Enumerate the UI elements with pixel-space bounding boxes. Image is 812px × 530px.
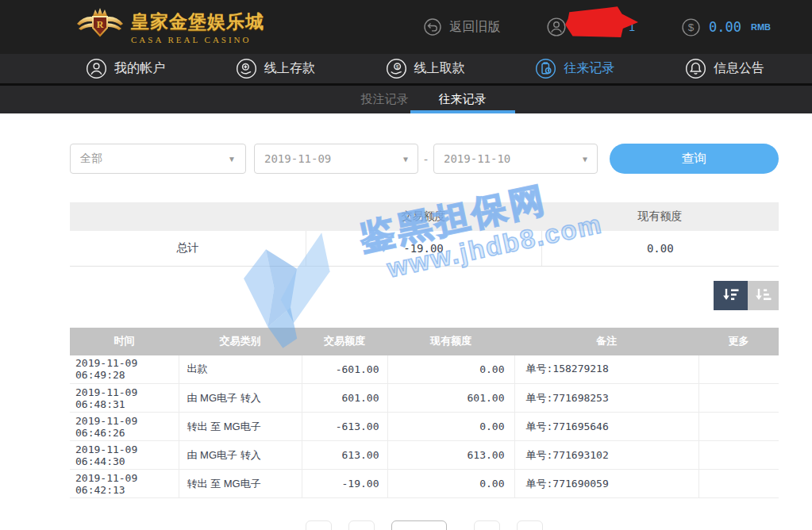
table-cell: 单号:158279218 (514, 355, 698, 384)
summary-total-row: 总计 -19.00 0.00 (70, 231, 779, 266)
svg-text:$: $ (395, 64, 398, 70)
sort-desc-icon (721, 286, 741, 304)
pagination: « ‹ , › » (70, 520, 779, 530)
table-cell: 0.00 (387, 413, 514, 441)
table-cell (698, 355, 779, 384)
account-user-icon (86, 58, 107, 79)
record-subtabs: 投注记录 往来记录 (0, 86, 812, 113)
dollar-icon: $ (681, 17, 701, 37)
table-cell: 2019-11-09 06:48:31 (70, 384, 179, 413)
date-from-select[interactable]: 2019-11-09 ▼ (254, 144, 418, 174)
chevron-down-icon: ▼ (583, 155, 587, 163)
pagination-prev-button[interactable]: ‹ (348, 520, 375, 530)
nav-item-transaction-records[interactable]: 往来记录 (535, 58, 614, 79)
table-cell: 0.00 (387, 470, 514, 498)
sort-asc-icon (753, 286, 773, 304)
logo-subtitle: CASA REAL CASINO (131, 35, 264, 44)
summary-header-row: 交易额度 现有额度 (70, 202, 779, 231)
table-row: 2019-11-09 06:44:30由 MG电子 转入613.00613.00… (70, 441, 779, 470)
records-table-body: 2019-11-09 06:49:28出款-601.000.00单号:15827… (70, 355, 779, 498)
summary-table: 交易额度 现有额度 总计 -19.00 0.00 (70, 202, 779, 267)
summary-header-current-amount: 现有额度 (541, 202, 779, 231)
table-cell (698, 441, 779, 470)
svg-text:$: $ (688, 21, 695, 33)
col-header-current-amount: 现有额度 (387, 328, 514, 355)
table-cell: 转出 至 MG电子 (179, 413, 302, 441)
table-row: 2019-11-09 06:49:28出款-601.000.00单号:15827… (70, 355, 779, 384)
table-cell: 613.00 (302, 441, 387, 470)
date-range-separator: - (424, 152, 428, 166)
chevron-down-icon: ▼ (228, 155, 236, 163)
topbar-right: 返回旧版 1 $ (423, 17, 771, 37)
pagination-page-input[interactable] (391, 520, 447, 530)
table-cell: -601.00 (302, 355, 387, 384)
top-header: R 皇家金堡娱乐城 CASA REAL CASINO 返回旧版 (0, 0, 812, 54)
nav-item-online-withdrawal[interactable]: $ 线上取款 (386, 58, 465, 79)
table-cell: 613.00 (387, 441, 514, 470)
summary-total-label: 总计 (70, 231, 306, 266)
nav-label: 往来记录 (564, 60, 614, 77)
summary-header-empty (70, 202, 306, 231)
table-cell: 601.00 (387, 384, 514, 413)
date-from-value: 2019-11-09 (264, 152, 331, 165)
table-cell (698, 384, 779, 413)
table-cell: 出款 (179, 355, 302, 384)
bell-icon (685, 58, 706, 79)
balance-display[interactable]: $ 0.00 RMB (681, 17, 771, 37)
content-area: 全部 ▼ 2019-11-09 ▼ - 2019-11-10 ▼ 查询 交易额度… (70, 116, 779, 530)
sort-controls (70, 281, 779, 310)
table-cell: -613.00 (302, 413, 387, 441)
table-row: 2019-11-09 06:46:26转出 至 MG电子-613.000.00单… (70, 413, 779, 441)
table-cell: 单号:771690059 (514, 470, 698, 498)
nav-label: 线上取款 (414, 60, 465, 77)
table-row: 2019-11-09 06:48:31由 MG电子 转入601.00601.00… (70, 384, 779, 413)
sort-ascending-button[interactable] (748, 281, 779, 310)
back-label: 返回旧版 (449, 19, 500, 36)
tab-betting-records[interactable]: 投注记录 (360, 86, 410, 113)
records-table: 时间 交易类别 交易额度 现有额度 备注 更多 2019-11-09 06:49… (70, 328, 779, 499)
casino-logo[interactable]: R 皇家金堡娱乐城 CASA REAL CASINO (75, 7, 264, 47)
pagination-first-button[interactable]: « (306, 520, 332, 530)
col-header-time: 时间 (70, 328, 179, 355)
tab-transaction-records[interactable]: 往来记录 (437, 86, 488, 113)
main-navigation: 我的帐户 线上存款 $ 线上取 (0, 54, 812, 86)
nav-item-announcements[interactable]: 信息公告 (685, 58, 764, 79)
table-cell: 由 MG电子 转入 (179, 384, 302, 413)
table-cell: 2019-11-09 06:44:30 (70, 441, 179, 470)
summary-current-amount: 0.00 (541, 231, 779, 266)
table-cell (698, 470, 779, 498)
pagination-next-button[interactable]: › (474, 520, 500, 530)
redaction-overlay (565, 5, 639, 40)
nav-item-my-account[interactable]: 我的帐户 (86, 58, 165, 79)
type-select[interactable]: 全部 ▼ (70, 144, 246, 174)
nav-item-online-deposit[interactable]: 线上存款 (236, 58, 315, 79)
pagination-last-button[interactable]: » (517, 520, 543, 530)
table-row: 2019-11-09 06:42:13转出 至 MG电子-19.000.00单号… (70, 470, 779, 498)
type-select-value: 全部 (80, 152, 102, 166)
logo-text: 皇家金堡娱乐城 CASA REAL CASINO (131, 10, 264, 44)
nav-label: 线上存款 (264, 60, 315, 77)
deposit-hand-coin-icon (236, 58, 257, 79)
table-cell: -19.00 (302, 470, 387, 498)
table-cell: 601.00 (302, 384, 387, 413)
col-header-remarks: 备注 (514, 328, 698, 355)
summary-transaction-amount: -19.00 (306, 231, 541, 266)
logo-title: 皇家金堡娱乐城 (131, 10, 264, 34)
query-button[interactable]: 查询 (610, 144, 779, 174)
filter-bar: 全部 ▼ 2019-11-09 ▼ - 2019-11-10 ▼ 查询 (70, 144, 779, 174)
date-to-value: 2019-11-10 (444, 152, 510, 165)
date-to-select[interactable]: 2019-11-10 ▼ (433, 144, 598, 174)
records-clipboard-icon (535, 58, 556, 79)
balance-amount: 0.00 (709, 19, 741, 35)
back-to-old-version-link[interactable]: 返回旧版 (423, 17, 500, 36)
balance-currency: RMB (751, 22, 771, 32)
sort-descending-button[interactable] (714, 281, 748, 310)
casino-emblem-icon: R (75, 7, 125, 47)
user-account[interactable]: 1 (546, 17, 635, 37)
table-cell: 由 MG电子 转入 (179, 441, 302, 470)
col-header-more: 更多 (698, 328, 779, 355)
nav-label: 我的帐户 (114, 60, 165, 77)
col-header-transaction-amount: 交易额度 (302, 328, 387, 355)
user-icon (546, 17, 567, 37)
chevron-down-icon: ▼ (403, 155, 408, 163)
